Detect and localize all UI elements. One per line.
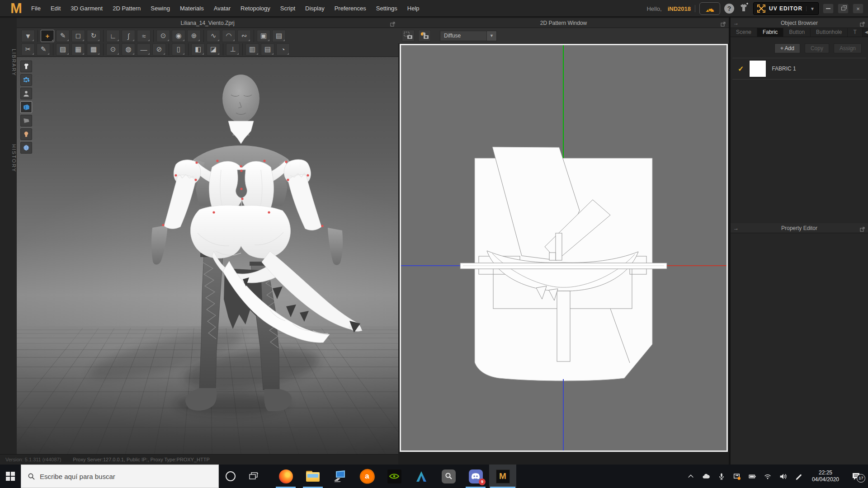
garment-snapshot-button[interactable] [418, 30, 431, 42]
measure-circumference-tool-button[interactable]: ▤ [261, 43, 274, 56]
taskbar-display-device-button[interactable] [326, 465, 354, 488]
action-center-button[interactable]: 17 [848, 472, 863, 480]
assign-fabric-button[interactable]: Assign [834, 43, 862, 53]
tab-t[interactable]: T [848, 28, 862, 37]
fold-left-tool-button[interactable]: ◧ [191, 43, 205, 56]
fabric-list-item[interactable]: ✓ FABRIC 1 [731, 58, 868, 79]
library-tab[interactable]: LIBRARY [0, 35, 17, 89]
texture-mode-dropdown[interactable]: Diffuse ▼ [440, 31, 497, 41]
menu-help[interactable]: Help [402, 0, 425, 17]
popout-icon[interactable] [860, 225, 865, 231]
chevron-down-icon[interactable]: ▼ [806, 6, 815, 11]
taskbar-avast-button[interactable]: a [354, 465, 381, 488]
fold-arrangement-tool-button[interactable]: ▣ [257, 30, 270, 42]
restore-button[interactable] [838, 4, 849, 14]
show-cloth-toggle[interactable] [20, 115, 32, 127]
edit-pleats-tool-button[interactable]: ∾ [237, 30, 251, 42]
attach-pin-tool-button[interactable]: ⊕ [187, 30, 201, 42]
menu-file[interactable]: File [26, 0, 46, 17]
popout-icon[interactable] [860, 20, 865, 26]
popout-icon[interactable] [390, 20, 396, 26]
menu-avatar[interactable]: Avatar [209, 0, 236, 17]
tray-mic-icon[interactable] [717, 473, 726, 480]
3d-viewport[interactable] [17, 57, 398, 454]
button-tool-button[interactable]: ◍ [122, 43, 135, 56]
transform-pattern-tool-button[interactable]: ↻ [87, 30, 100, 42]
sculpt-tool-button[interactable]: ∿ [207, 30, 220, 42]
fabric-swatch[interactable] [749, 60, 766, 77]
add-fabric-button[interactable]: + Add [774, 43, 800, 53]
taskbar-discord-button[interactable]: 9 [462, 465, 489, 488]
edit-curve-3d-tool-button[interactable]: ◠ [222, 30, 236, 42]
tab-buttonhole[interactable]: Buttonhole [811, 28, 848, 37]
tray-cloud-icon[interactable] [702, 473, 711, 480]
pattern-snapshot-button[interactable] [402, 30, 415, 42]
buttonhole-tool-button[interactable]: — [137, 43, 151, 56]
select-curve-tool-button[interactable]: ✎ [56, 30, 70, 42]
tray-wifi-icon[interactable] [763, 473, 772, 480]
uv-editor-button[interactable]: UV EDITOR ▼ [753, 2, 819, 15]
fasten-button-tool-button[interactable]: ⊘ [152, 43, 166, 56]
chevron-down-icon[interactable]: ▼ [486, 31, 496, 41]
menu-materials[interactable]: Materials [175, 0, 209, 17]
show-avatar-toggle[interactable] [20, 88, 32, 99]
menu-edit[interactable]: Edit [46, 0, 66, 17]
menu-2d-pattern[interactable]: 2D Pattern [108, 0, 146, 17]
show-environment-toggle[interactable] [20, 142, 32, 154]
menu-retopology[interactable]: Retopology [236, 0, 275, 17]
pin-tool-button[interactable]: ⊙ [156, 30, 170, 42]
cortana-button[interactable] [219, 465, 242, 488]
menu-3d-garment[interactable]: 3D Garment [66, 0, 108, 17]
show-garment-toggle[interactable] [20, 61, 32, 72]
show-fabric-toggle[interactable] [20, 101, 32, 113]
taskbar-search-input[interactable]: Escribe aquí para buscar [21, 465, 219, 488]
taskbar-clock[interactable]: 22:25 04/04/2020 [812, 469, 839, 483]
segment-sewing-tool-button[interactable]: ∟ [106, 30, 120, 42]
tab-button[interactable]: Button [783, 28, 811, 37]
free-sewing-tool-button[interactable]: ∫ [122, 30, 135, 42]
select-move-tool-button[interactable]: + [41, 30, 54, 42]
taskbar-autodesk-button[interactable] [408, 465, 435, 488]
edit-avatar-tool-button[interactable]: ✎ [37, 43, 50, 56]
close-button[interactable]: × [853, 4, 863, 14]
copy-fabric-button[interactable]: Copy [805, 43, 829, 53]
menu-script[interactable]: Script [275, 0, 300, 17]
tray-chevron-icon[interactable] [686, 473, 695, 480]
select-box-tool-button[interactable]: ◻ [71, 30, 85, 42]
menu-settings[interactable]: Settings [371, 0, 402, 17]
popout-icon[interactable] [721, 20, 726, 26]
tape-measure-tool-button[interactable]: ◔ [276, 43, 290, 56]
tab-fabric[interactable]: Fabric [757, 28, 783, 37]
edit-print-tool-button[interactable]: ▦ [71, 43, 85, 56]
select-button-tool-button[interactable]: ⊙ [106, 43, 120, 56]
menu-preferences[interactable]: Preferences [330, 0, 371, 17]
add-garment-icon[interactable] [738, 3, 749, 14]
taskbar-firefox-button[interactable] [272, 465, 299, 488]
select-avatar-tool-button[interactable]: ✂ [21, 43, 35, 56]
help-button[interactable]: ? [724, 4, 734, 14]
menu-sewing[interactable]: Sewing [146, 0, 175, 17]
taskbar-nvidia-button[interactable] [381, 465, 408, 488]
zipper-tool-button[interactable]: ▯ [172, 43, 185, 56]
measure-length-tool-button[interactable]: ▥ [245, 43, 259, 56]
simulate-tool-button[interactable]: ▼ [21, 30, 35, 42]
menu-display[interactable]: Display [300, 0, 330, 17]
minimize-button[interactable] [823, 4, 834, 14]
tab-scene[interactable]: Scene [731, 28, 757, 37]
pattern-texture-tool-button[interactable]: ▩ [87, 43, 100, 56]
clo-cloud-button[interactable]: ☁ C [699, 2, 720, 15]
edit-texture-tool-button[interactable]: ▨ [56, 43, 70, 56]
show-skin-toggle[interactable] [20, 128, 32, 140]
show-sewing-toggle[interactable] [20, 74, 32, 86]
2d-pattern-canvas[interactable] [400, 44, 728, 452]
task-view-button[interactable] [242, 465, 265, 488]
tab-scroll-left[interactable]: ◀ [863, 28, 868, 37]
history-tab[interactable]: HISTORY [0, 131, 17, 185]
flattening-tool-button[interactable]: ⊥ [226, 43, 240, 56]
tray-sync-icon[interactable] [732, 473, 741, 480]
tray-speaker-icon[interactable] [778, 473, 788, 480]
pin-box-tool-button[interactable]: ◉ [172, 30, 185, 42]
taskbar-file-explorer-button[interactable] [299, 465, 326, 488]
mn-sewing-tool-button[interactable]: ≈ [137, 30, 151, 42]
taskbar-marvelous-designer-button[interactable]: M [489, 465, 516, 488]
